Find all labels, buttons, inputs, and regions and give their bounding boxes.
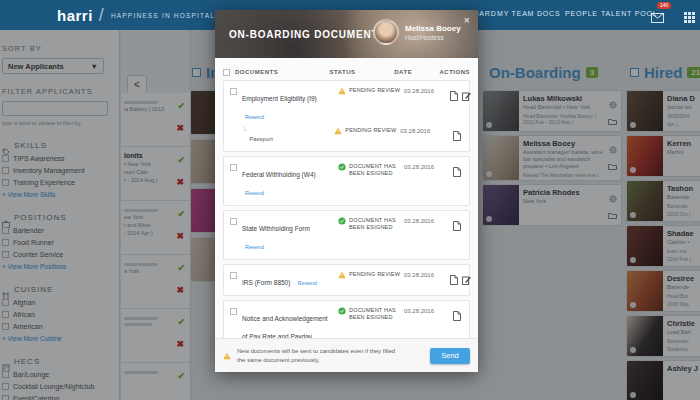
document-group: Employment Eligibility (I9) Resend PENDI… [223, 80, 470, 152]
document-row: Notice and Acknowledgement of Pay Rate a… [224, 305, 469, 338]
nav-item-my-team-docs[interactable]: MY TEAM DOCS [497, 10, 560, 17]
nav-item-talent-pool[interactable]: TALENT POOL [601, 10, 657, 17]
nav-item-people[interactable]: PEOPLE [565, 10, 598, 17]
select-all-checkbox[interactable] [223, 69, 230, 76]
document-name: Notice and Acknowledgement of Pay Rate a… [242, 315, 328, 338]
row-checkbox[interactable] [230, 164, 237, 171]
document-icon[interactable] [450, 87, 458, 105]
document-row: Federal Withholding (W4) Resend DOCUMENT… [224, 161, 469, 201]
row-checkbox[interactable] [230, 308, 237, 315]
person-role: Host/Hostess [405, 34, 461, 41]
table-header-row: DOCUMENTS STATUS DATE ACTIONS [223, 64, 470, 80]
document-date: 03.28.2016 [404, 307, 450, 314]
modal-person: Melissa Booey Host/Hostess [373, 19, 461, 45]
document-date: 03.28.2016 [400, 127, 446, 134]
tree-elbow-icon: └ [242, 127, 246, 133]
status-text: PENDING REVIEW [345, 127, 396, 134]
document-group: State Withholding Form Resend DOCUMENT H… [223, 210, 470, 260]
close-icon[interactable]: × [464, 14, 470, 26]
col-documents: DOCUMENTS [235, 69, 329, 75]
logo-tagline: HAPPINESS IN HOSPITALITY [111, 12, 229, 19]
success-icon [338, 217, 346, 225]
warning-icon [338, 271, 346, 279]
status-text: DOCUMENT HAS BEEN ESIGNED [349, 217, 404, 231]
resend-link[interactable]: Resend [298, 280, 317, 286]
document-child-row: └ Passport PENDING REVIEW 03.28.2016 [224, 125, 469, 147]
status-text: DOCUMENT HAS BEEN ESIGNED [349, 307, 404, 321]
person-name: Melissa Booey [405, 24, 461, 33]
document-date: 03.28.2016 [404, 87, 450, 94]
edit-icon[interactable] [462, 271, 471, 289]
avatar [373, 19, 399, 45]
mail-icon[interactable] [651, 9, 664, 27]
warning-icon [334, 127, 342, 135]
document-icon[interactable] [453, 307, 461, 325]
success-icon [338, 307, 346, 315]
col-actions: ACTIONS [440, 69, 471, 75]
col-date: DATE [394, 69, 439, 75]
document-date: 03.28.2016 [404, 271, 450, 278]
document-icon[interactable] [453, 217, 461, 235]
edit-icon[interactable] [462, 87, 471, 105]
document-name: Employment Eligibility (I9) [242, 95, 317, 102]
harri-logo[interactable]: harri [57, 7, 93, 24]
mail-badge: 140 [657, 2, 671, 9]
row-checkbox[interactable] [230, 88, 237, 95]
document-name: Passport [249, 136, 273, 142]
onboarding-documents-modal: ON-BOARDING DOCUMENTS × Melissa Booey Ho… [215, 10, 478, 372]
apps-grid-icon[interactable] [684, 9, 695, 27]
documents-table: DOCUMENTS STATUS DATE ACTIONS Employment… [215, 58, 478, 338]
document-name: Federal Withholding (W4) [242, 171, 316, 178]
document-date: 03.28.2016 [404, 217, 450, 224]
document-date: 03.28.2016 [404, 163, 450, 170]
status-text: DOCUMENT HAS BEEN ESIGNED [349, 163, 404, 177]
resend-link[interactable]: Resend [245, 190, 264, 196]
row-checkbox[interactable] [230, 218, 237, 225]
document-row: State Withholding Form Resend DOCUMENT H… [224, 215, 469, 255]
document-group: Federal Withholding (W4) Resend DOCUMENT… [223, 156, 470, 206]
logo-slash: / [99, 5, 104, 26]
modal-title: ON-BOARDING DOCUMENTS [229, 29, 386, 40]
success-icon [338, 163, 346, 171]
row-checkbox[interactable] [230, 272, 237, 279]
document-icon[interactable] [450, 271, 458, 289]
document-icon[interactable] [453, 163, 461, 181]
status-text: PENDING REVIEW [349, 87, 400, 94]
modal-footer: New documents will be sent to candidates… [215, 338, 478, 372]
document-group: Notice and Acknowledgement of Pay Rate a… [223, 300, 470, 338]
document-row: IRS (Form 8850) Resend PENDING REVIEW 03… [224, 269, 469, 291]
status-text: PENDING REVIEW [349, 271, 400, 278]
document-name: IRS (Form 8850) [242, 279, 290, 286]
footer-note: New documents will be sent to candidates… [237, 347, 397, 363]
col-status: STATUS [329, 69, 394, 75]
warning-icon [338, 87, 346, 95]
document-row: Employment Eligibility (I9) Resend PENDI… [224, 85, 469, 125]
warning-icon [223, 352, 231, 360]
resend-link[interactable]: Resend [245, 244, 264, 250]
document-icon[interactable] [453, 127, 461, 145]
document-name: State Withholding Form [242, 225, 310, 232]
send-button[interactable]: Send [430, 348, 470, 364]
modal-header: ON-BOARDING DOCUMENTS × Melissa Booey Ho… [215, 10, 478, 58]
document-group: IRS (Form 8850) Resend PENDING REVIEW 03… [223, 264, 470, 296]
resend-link[interactable]: Resend [245, 114, 264, 120]
